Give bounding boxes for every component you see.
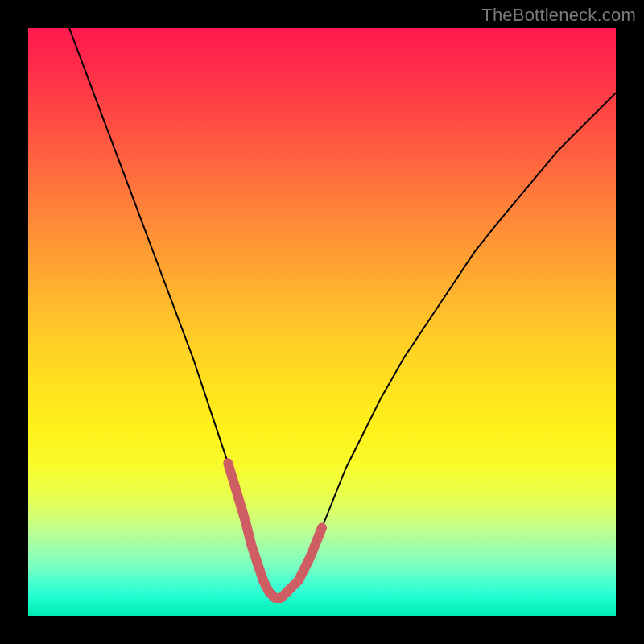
series-highlight-left [228,463,263,580]
watermark-text: TheBottleneck.com [481,5,636,26]
series-curve [69,28,616,598]
chart-plot-svg [28,28,616,616]
chart-frame: TheBottleneck.com [0,0,644,644]
series-highlight-right [287,528,322,592]
chart-series-group [69,28,616,598]
